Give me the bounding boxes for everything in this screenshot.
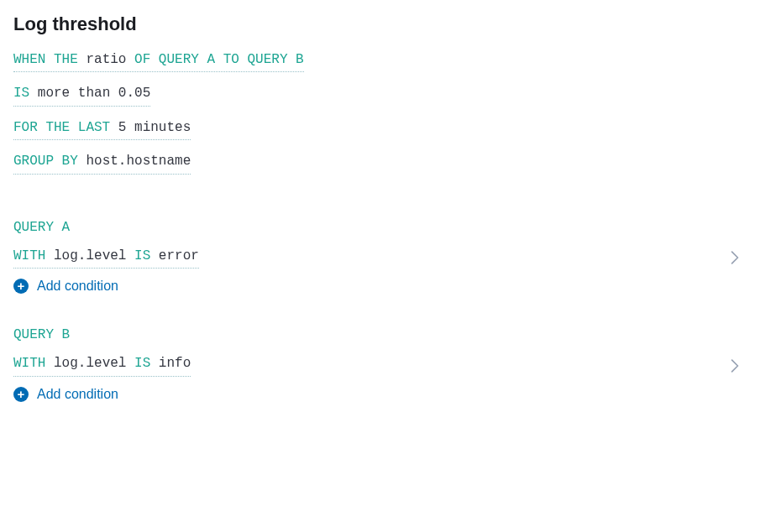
add-condition-label: Add condition [37,387,118,402]
value-threshold: 0.05 [118,86,150,101]
threshold-when-line: WHEN THE ratio OF QUERY A TO QUERY B [13,50,763,84]
plus-icon: + [13,387,29,402]
keyword-is: IS [134,356,150,371]
query-a-label: QUERY A [13,220,763,235]
query-a-field: log.level [54,248,126,263]
keyword-group-by: GROUP BY [13,154,78,169]
value-duration: 5 minutes [118,120,191,135]
keyword-when-the: WHEN THE [13,52,78,67]
add-condition-label: Add condition [37,279,118,294]
when-expression[interactable]: WHEN THE ratio OF QUERY A TO QUERY B [13,50,304,72]
threshold-groupby-line: GROUP BY host.hostname [13,152,763,185]
value-group-field: host.hostname [86,154,191,169]
query-b-field: log.level [54,356,126,371]
keyword-with: WITH [13,356,45,371]
query-b-condition[interactable]: WITH log.level IS info [13,354,191,376]
query-a-expand-icon[interactable] [731,251,739,264]
keyword-is: IS [13,86,29,101]
query-b-label: QUERY B [13,327,763,342]
query-a-add-condition-button[interactable]: + Add condition [13,279,118,294]
keyword-with: WITH [13,248,45,263]
query-a-condition-row: WITH log.level IS error [13,247,739,269]
plus-icon: + [13,279,29,294]
value-ratio: ratio [86,52,126,67]
keyword-of-query: OF QUERY A TO QUERY B [134,52,304,67]
groupby-expression[interactable]: GROUP BY host.hostname [13,152,191,174]
threshold-duration-line: FOR THE LAST 5 minutes [13,118,763,152]
duration-expression[interactable]: FOR THE LAST 5 minutes [13,118,191,140]
query-a-condition[interactable]: WITH log.level IS error [13,247,199,269]
query-b-value: info [159,356,191,371]
query-b-expand-icon[interactable] [731,359,739,373]
is-expression[interactable]: IS more than 0.05 [13,84,150,106]
keyword-is: IS [134,248,150,263]
query-b-add-condition-button[interactable]: + Add condition [13,387,118,402]
query-b-condition-row: WITH log.level IS info [13,354,739,376]
keyword-for-the-last: FOR THE LAST [13,120,110,135]
page-title: Log threshold [13,13,763,35]
threshold-is-line: IS more than 0.05 [13,84,763,117]
query-a-value: error [159,248,199,263]
value-comparator: more than [38,86,110,101]
